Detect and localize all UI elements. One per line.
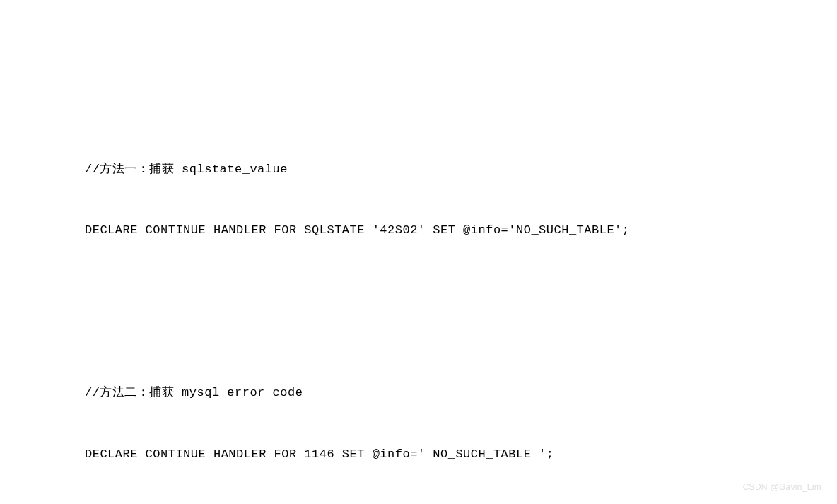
code-container: //方法一：捕获 sqlstate_value DECLARE CONTINUE… <box>85 78 752 504</box>
method-1-code: DECLARE CONTINUE HANDLER FOR SQLSTATE '4… <box>85 221 752 241</box>
method-2-comment: //方法二：捕获 mysql_error_code <box>85 383 752 404</box>
method-1-comment: //方法一：捕获 sqlstate_value <box>85 160 752 180</box>
method-2-section: //方法二：捕获 mysql_error_code DECLARE CONTIN… <box>85 343 752 504</box>
method-1-section: //方法一：捕获 sqlstate_value DECLARE CONTINUE… <box>85 119 752 282</box>
method-2-code: DECLARE CONTINUE HANDLER FOR 1146 SET @i… <box>85 445 752 465</box>
watermark-text: CSDN @Gavin_Lim <box>743 480 821 494</box>
